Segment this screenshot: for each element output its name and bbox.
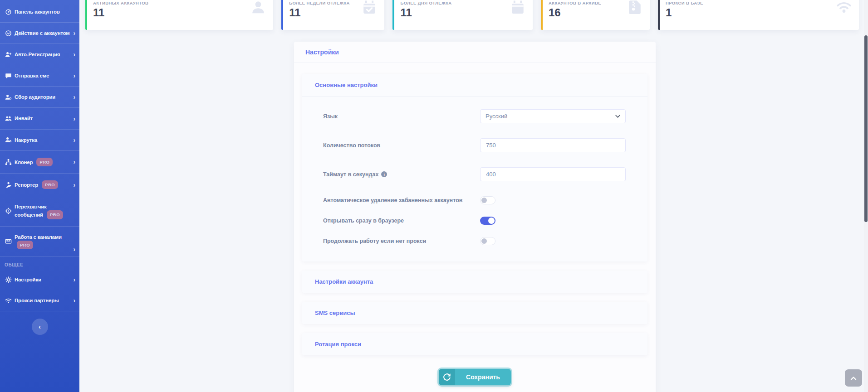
clone-icon: [5, 158, 12, 165]
sidebar-item-label: Репортер PRO: [15, 180, 69, 189]
chevron-right-icon: ›: [74, 116, 75, 122]
sidebar-item-channels[interactable]: Работа с каналами PRO ›: [0, 227, 79, 256]
save-button[interactable]: Сохранить: [439, 369, 511, 385]
stat-card-value: 11: [93, 6, 266, 19]
continue-without-proxy-label: Продолжать работу если нет прокси: [323, 238, 480, 244]
sidebar-item-boosting[interactable]: Накрутка ›: [0, 130, 79, 151]
accordion-proxy-rotation: Ротация прокси: [302, 333, 647, 355]
chevron-left-icon: ‹: [39, 323, 41, 330]
save-row: Сохранить: [302, 369, 647, 385]
gear-icon: [5, 276, 12, 283]
scrollbar-track: [864, 0, 868, 392]
sidebar-section-general: ОБЩЕЕ: [0, 256, 79, 269]
user-icon: [250, 0, 266, 17]
accordion-proxy-rotation-header[interactable]: Ротация прокси: [302, 333, 647, 355]
chevron-right-icon: ›: [74, 297, 75, 304]
wifi-icon: [836, 0, 852, 17]
user-gear-icon: [5, 136, 12, 144]
users-icon: [5, 115, 12, 122]
channels-icon: [5, 237, 12, 245]
pro-badge: PRO: [36, 158, 53, 166]
timeout-input[interactable]: [480, 167, 626, 181]
sidebar-item-settings[interactable]: Настройки ›: [0, 269, 79, 290]
reporter-icon: [5, 181, 12, 189]
form-row-timeout: Таймаут в секундах i: [323, 167, 626, 181]
sidebar-item-label: Накрутка: [15, 136, 69, 144]
accordion-main-settings-header[interactable]: Основные настройки: [302, 74, 647, 97]
language-select[interactable]: Русский: [480, 109, 626, 123]
pro-badge: PRO: [47, 210, 63, 219]
pro-badge: PRO: [17, 241, 33, 249]
form-row-continue-without-proxy: Продолжать работу если нет прокси: [323, 237, 626, 245]
sidebar-item-label: Настройки: [15, 276, 69, 283]
stat-card-proxies-in-base: ПРОКСИ В БАЗЕ 1: [658, 0, 859, 30]
settings-panel: Настройки Основные настройки Язык Русски…: [294, 42, 656, 392]
sidebar-item-label: Прокси партнеры: [15, 297, 69, 304]
sidebar-item-label: Действие с аккаунтом: [15, 29, 70, 37]
stat-cards-row: АКТИВНЫХ АККАУНТОВ 11 БОЛЕЕ НЕДЕЛИ ОТЛЕЖ…: [85, 0, 859, 30]
sidebar-item-label: Авто-Регистрация: [15, 51, 69, 58]
stat-card-value: 1: [666, 6, 852, 19]
chevron-up-icon: [850, 375, 857, 381]
scrollbar-thumb[interactable]: [864, 35, 868, 222]
chevron-right-icon: ›: [74, 276, 75, 283]
language-label: Язык: [323, 113, 480, 120]
stat-card-day-rest: БОЛЕЕ ДНЯ ОТЛЕЖКА 11: [392, 0, 533, 30]
threads-input[interactable]: [480, 138, 626, 152]
sidebar-item-proxy-partners[interactable]: Прокси партнеры ›: [0, 290, 79, 311]
calendar-icon: [510, 0, 525, 17]
sidebar-item-cloner[interactable]: Клонер PRO ›: [0, 151, 79, 174]
sidebar-item-sms-sending[interactable]: Отправка смс ›: [0, 65, 79, 87]
file-archive-icon: [627, 0, 642, 17]
accordion-main-settings-body: Язык Русский Количество потоков: [302, 97, 647, 261]
info-icon[interactable]: i: [381, 171, 387, 177]
sidebar-item-reporter[interactable]: Репортер PRO ›: [0, 174, 79, 196]
open-in-browser-toggle[interactable]: [480, 217, 495, 225]
stat-card-week-rest: БОЛЕЕ НЕДЕЛИ ОТЛЕЖКА 11: [281, 0, 384, 30]
timeout-label: Таймаут в секундах i: [323, 171, 480, 178]
sidebar-item-label: Клонер PRO: [15, 158, 69, 166]
open-in-browser-label: Открывать сразу в браузере: [323, 218, 480, 224]
accordion-account-settings-header[interactable]: Настройки аккаунта: [302, 271, 647, 293]
circle-chevron-icon: [5, 29, 12, 37]
toggle-knob: [481, 238, 487, 244]
auto-delete-banned-toggle[interactable]: [480, 196, 495, 204]
crosshair-icon: [5, 208, 12, 215]
accordion-main-settings: Основные настройки Язык Русский Количест…: [302, 74, 647, 261]
save-button-label: Сохранить: [455, 369, 511, 385]
gauge-icon: [5, 8, 12, 15]
accordion-sms-services-header[interactable]: SMS сервисы: [302, 302, 647, 324]
accordion-account-settings: Настройки аккаунта: [302, 271, 647, 293]
sidebar-item-label: Отправка смс: [15, 72, 69, 79]
user-plus-icon: [5, 51, 12, 58]
chevron-right-icon: ›: [74, 246, 75, 252]
sidebar-item-audience-collection[interactable]: Сбор аудитории ›: [0, 87, 79, 108]
continue-without-proxy-toggle[interactable]: [480, 237, 495, 245]
form-row-open-in-browser: Открывать сразу в браузере: [323, 217, 626, 225]
calendar-check-icon: [362, 0, 377, 17]
chevron-right-icon: ›: [74, 73, 75, 79]
toggle-knob: [488, 218, 495, 224]
refresh-icon: [439, 369, 455, 385]
chevron-right-icon: ›: [74, 30, 75, 36]
sidebar-collapse-button[interactable]: ‹: [32, 319, 48, 335]
settings-panel-title: Настройки: [294, 42, 656, 63]
chevron-right-icon: ›: [74, 51, 75, 58]
pro-badge: PRO: [42, 180, 58, 189]
sidebar-item-label: Перехватчик сообщений PRO: [15, 203, 69, 219]
sidebar-item-account-actions[interactable]: Действие с аккаунтом ›: [0, 23, 79, 44]
toggle-knob: [481, 198, 487, 203]
sidebar-item-message-interceptor[interactable]: Перехватчик сообщений PRO: [0, 196, 79, 226]
language-select-value: Русский: [485, 113, 507, 120]
sidebar-item-invite[interactable]: Инвайт ›: [0, 108, 79, 129]
sidebar-item-label: Сбор аудитории: [15, 93, 69, 101]
sidebar-item-label: Работа с каналами PRO: [15, 233, 69, 249]
scroll-to-top-button[interactable]: [845, 369, 862, 387]
stat-card-label: ПРОКСИ В БАЗЕ: [666, 0, 852, 5]
stat-card-label: БОЛЕЕ ДНЯ ОТЛЕЖКА: [400, 0, 525, 5]
comment-icon: [5, 72, 12, 79]
chevron-right-icon: ›: [74, 159, 75, 165]
sidebar-item-auto-registration[interactable]: Авто-Регистрация ›: [0, 44, 79, 65]
sidebar-item-accounts-panel[interactable]: Панель аккаунтов: [0, 1, 79, 23]
stat-card-active-accounts: АКТИВНЫХ АККАУНТОВ 11: [85, 0, 273, 30]
